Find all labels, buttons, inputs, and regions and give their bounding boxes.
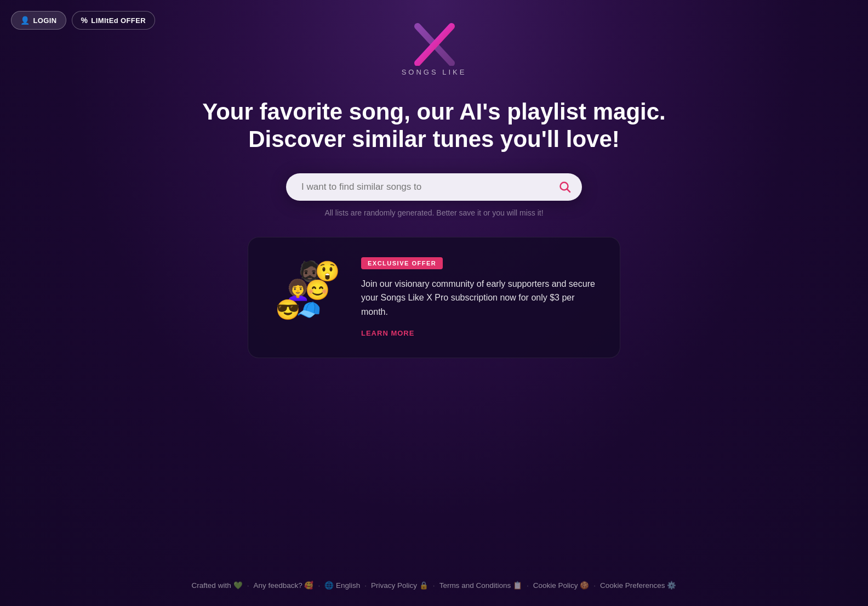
promo-content: EXCLUSIVE OFFER Join our visionary commu… — [361, 257, 598, 338]
exclusive-badge: EXCLUSIVE OFFER — [361, 257, 443, 269]
terms-icon: 📋 — [513, 581, 522, 590]
privacy-link[interactable]: Privacy Policy 🔒 — [371, 581, 429, 590]
login-button[interactable]: 👤 LOGIN — [11, 11, 66, 30]
avatar-4: 👩‍🦱 — [285, 280, 310, 300]
sep-5: · — [527, 581, 529, 590]
hero-title: Your favorite song, our AI's playlist ma… — [11, 98, 857, 154]
search-input[interactable] — [301, 182, 559, 192]
promo-avatars: 🧔🏿 😲 😊 👩‍🦱 😎 🧢 — [270, 262, 341, 333]
language-link[interactable]: 🌐 English — [324, 581, 360, 590]
logo-text: SONGS LIKE — [402, 68, 467, 76]
svg-line-3 — [567, 189, 570, 192]
sep-6: · — [593, 581, 596, 590]
footer: Crafted with 💚 · Any feedback? 🥰 · 🌐 Eng… — [0, 581, 868, 590]
crafted-text: Crafted with — [192, 581, 231, 590]
cookie-prefs-icon: ⚙️ — [667, 581, 676, 590]
heart-icon: 💚 — [233, 581, 243, 590]
avatar-6: 🧢 — [296, 300, 321, 320]
percent-icon: % — [81, 16, 88, 25]
sep-4: · — [433, 581, 435, 590]
search-box — [286, 173, 582, 201]
user-icon: 👤 — [20, 16, 30, 25]
cookie-icon: 🍪 — [580, 581, 589, 590]
sep-1: · — [247, 581, 249, 590]
sep-3: · — [364, 581, 367, 590]
learn-more-link[interactable]: LEARN MORE — [361, 329, 414, 337]
feedback-link[interactable]: Any feedback? 🥰 — [253, 581, 313, 590]
hero-section: Your favorite song, our AI's playlist ma… — [0, 98, 868, 154]
top-nav: 👤 LOGIN % LIMItEd OFFER — [11, 11, 155, 30]
sep-2: · — [318, 581, 320, 590]
cookie-prefs-link[interactable]: Cookie Preferences ⚙️ — [600, 581, 676, 590]
search-hint: All lists are randomly generated. Better… — [0, 208, 868, 217]
search-wrapper — [0, 173, 868, 201]
search-icon — [559, 181, 571, 193]
logo-x-icon — [412, 22, 456, 66]
avatar-cluster: 🧔🏿 😲 😊 👩‍🦱 😎 🧢 — [270, 262, 341, 333]
cookie-policy-link[interactable]: Cookie Policy 🍪 — [533, 581, 590, 590]
privacy-icon: 🔒 — [419, 581, 429, 590]
feedback-icon: 🥰 — [304, 581, 313, 590]
footer-inner: Crafted with 💚 · Any feedback? 🥰 · 🌐 Eng… — [0, 581, 868, 590]
promo-card: 🧔🏿 😲 😊 👩‍🦱 😎 🧢 EXCLUSIVE OFFER Join our … — [248, 237, 620, 358]
search-button[interactable] — [559, 181, 571, 193]
promo-text: Join our visionary community of early su… — [361, 277, 598, 319]
limited-offer-button[interactable]: % LIMItEd OFFER — [72, 11, 156, 30]
terms-link[interactable]: Terms and Conditions 📋 — [439, 581, 522, 590]
